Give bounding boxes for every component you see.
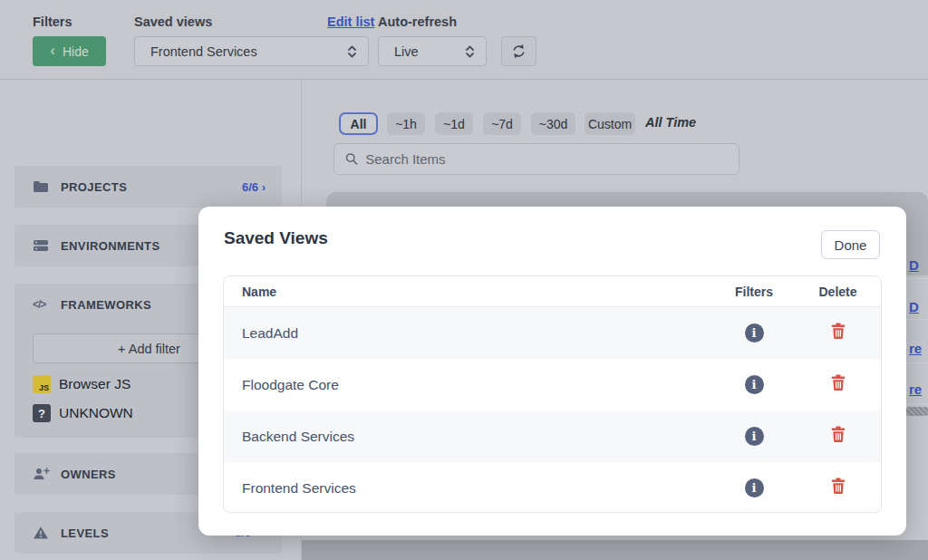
background-table-fragment: D D re re [906,192,928,540]
user-add-icon [33,467,53,481]
saved-view-select-value: Frontend Services [150,44,347,59]
time-range-label: All Time [645,115,696,130]
horizontal-scrollbar[interactable] [906,407,928,416]
chevron-up-down-icon [465,43,475,60]
table-row: Floodgate Core i [224,359,881,410]
auto-refresh-select[interactable]: Live [378,36,487,66]
warning-triangle-icon [33,526,53,540]
column-header-filters: Filters [713,285,795,299]
auto-refresh-label: Auto-refresh [378,14,457,29]
sidebar-section-projects[interactable]: PROJECTS 6/6 › [14,166,282,208]
filter-toolbar: Filters Saved views Edit list Auto-refre… [0,0,928,80]
search-box[interactable] [334,143,740,175]
refresh-button[interactable] [501,36,536,66]
table-row: Backend Services i [224,410,881,462]
clipped-link[interactable]: D [909,299,919,314]
column-header-delete: Delete [795,285,881,299]
section-label: PROJECTS [61,180,242,194]
background-panel [302,540,928,560]
info-icon[interactable]: i [745,427,764,446]
clipped-link[interactable]: re [909,381,922,397]
search-input[interactable] [365,151,728,167]
time-filter-30d[interactable]: ~30d [531,112,575,135]
table-row: Frontend Services i [224,462,881,513]
code-icon: </> [33,298,53,311]
saved-views-label: Saved views [134,14,212,29]
hide-filters-button[interactable]: ‹ Hide [33,36,106,66]
column-header-name: Name [224,285,713,299]
saved-view-name: Backend Services [224,429,713,445]
framework-item-unknown[interactable]: ? UNKNOWN [33,403,133,423]
modal-title: Saved Views [224,228,328,248]
time-filter-all[interactable]: All [339,112,378,135]
trash-icon[interactable] [831,426,846,443]
info-icon[interactable]: i [745,478,764,497]
saved-views-table: Name Filters Delete LeadAdd i [223,275,882,513]
trash-icon[interactable] [831,478,846,495]
refresh-icon [510,43,527,60]
clipped-link[interactable]: re [909,341,922,356]
info-icon[interactable]: i [745,323,764,343]
projects-count[interactable]: 6/6 › [242,180,266,194]
saved-view-name: Frontend Services [224,480,713,497]
saved-views-modal: Saved Views Done Name Filters Delete Lea… [198,207,906,536]
chevron-up-down-icon [347,43,357,60]
folder-icon [33,179,53,194]
clipped-link[interactable]: D [909,257,919,273]
time-filter-7d[interactable]: ~7d [483,112,521,135]
javascript-icon: JS [33,375,51,393]
edit-list-link[interactable]: Edit list [327,14,374,29]
table-header-row: Name Filters Delete [224,276,881,307]
chevron-left-icon: ‹ [50,43,55,58]
framework-item-browser-js[interactable]: JS Browser JS [33,374,130,394]
saved-view-name: LeadAdd [224,325,713,342]
auto-refresh-select-value: Live [394,44,465,59]
saved-view-name: Floodgate Core [224,377,713,393]
question-mark-icon: ? [33,404,51,422]
table-body: LeadAdd i Floodgate Core i [224,307,881,513]
saved-view-select[interactable]: Frontend Services [134,36,369,66]
search-icon [345,152,358,166]
trash-icon[interactable] [831,374,846,391]
servers-icon [33,238,53,253]
filters-label: Filters [33,14,72,29]
done-button[interactable]: Done [821,230,880,259]
info-icon[interactable]: i [745,375,764,394]
time-filter-1h[interactable]: ~1h [387,112,425,135]
table-row: LeadAdd i [224,307,881,359]
time-filter-1d[interactable]: ~1d [435,112,473,135]
time-filter-custom[interactable]: Custom [585,112,635,135]
trash-icon[interactable] [831,323,846,340]
